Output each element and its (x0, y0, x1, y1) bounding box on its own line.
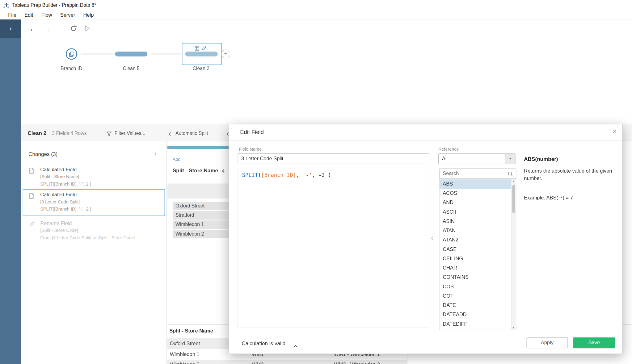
change-item-calculated-field-1[interactable]: Calculated Field [Split - Store Name] SP… (23, 164, 165, 190)
add-step-button[interactable]: + (221, 49, 230, 58)
changes-panel: Changes (3) ‹ Calculated Field [Split - … (21, 141, 166, 364)
menu-edit[interactable]: Edit (20, 11, 37, 19)
flow-node-clean-2[interactable] (185, 52, 218, 56)
flow-node-label-clean-5: Clean 5 (114, 66, 148, 71)
forward-button[interactable]: → (43, 23, 50, 34)
function-list-item[interactable]: CONTAINS (440, 273, 516, 282)
title-bar: Tableau Prep Builder - Preppin Data 8* (0, 0, 632, 11)
calculated-field-icon (29, 193, 34, 201)
collapse-reference-icon[interactable]: ‹ (431, 234, 433, 242)
scroll-down-icon[interactable]: ▼ (512, 326, 516, 329)
function-list-item[interactable]: ATAN (440, 226, 516, 235)
scrollbar-thumb[interactable] (512, 185, 515, 213)
formula-token: '-' (302, 172, 312, 178)
function-list-item[interactable]: COT (440, 291, 516, 301)
flow-connector (81, 54, 115, 55)
grid-cell: Oxford Street (170, 341, 200, 346)
fields-rows-summary: 3 Fields 4 Rows (52, 130, 86, 136)
changes-title: Changes (3) (28, 151, 57, 157)
function-list-item[interactable]: CASE (440, 245, 516, 254)
field-name-label[interactable]: Split - Store Name (173, 167, 218, 174)
input-step-icon (69, 51, 74, 56)
menu-help[interactable]: Help (79, 11, 98, 19)
search-input[interactable] (442, 170, 505, 177)
function-list-item[interactable]: ASIN (440, 217, 516, 226)
function-list-item[interactable]: ATAN2 (440, 236, 516, 245)
step-name: Clean 2 (27, 130, 46, 136)
change-field: [3 Letter Code Split] (40, 199, 161, 205)
function-list-item[interactable]: ABS (440, 179, 516, 189)
formula-token: SPLIT (242, 172, 258, 178)
change-field: [Split - Store Name] (40, 174, 161, 180)
flow-node-label-branch-id: Branch ID (54, 66, 88, 71)
apply-button[interactable]: Apply (526, 337, 568, 349)
function-example: Example: ABS(-7) = 7 (524, 195, 573, 200)
change-detail: SPLIT([Branch ID], "-", 2 ) (40, 181, 161, 187)
menu-bar: File Edit Flow Server Help (0, 11, 632, 20)
field-name-input[interactable] (238, 153, 429, 164)
change-detail: From [3 Letter Code Split] to [Split - S… (40, 235, 161, 241)
function-list-item[interactable]: DATEDIFF (440, 320, 516, 329)
flow-node-branch-id[interactable] (66, 48, 77, 60)
grid-column-header[interactable]: Split - Store Name (169, 328, 213, 334)
expand-pane-button[interactable]: › (0, 19, 21, 38)
function-list-item[interactable]: DATENAME (440, 329, 516, 330)
formula-token: ) (325, 172, 331, 178)
save-button[interactable]: Save (573, 337, 615, 349)
flow-connector (151, 54, 181, 55)
window-title: Tableau Prep Builder - Preppin Data 8* (12, 2, 96, 8)
back-button[interactable]: ← (29, 23, 37, 34)
reference-value: All (442, 156, 448, 161)
function-list-item[interactable]: ACOS (440, 189, 516, 198)
function-list-item[interactable]: ASCII (440, 207, 516, 217)
chevron-up-icon[interactable] (293, 342, 297, 350)
function-signature: ABS(number) (524, 156, 558, 162)
function-list-item[interactable]: DATE (440, 301, 516, 310)
play-icon (85, 25, 90, 32)
reference-dropdown[interactable]: All ▼ (438, 153, 516, 164)
scroll-up-icon[interactable]: ▲ (512, 180, 516, 183)
function-search-box (439, 169, 516, 179)
menu-file[interactable]: File (4, 11, 20, 19)
plus-icon: + (224, 50, 228, 57)
function-list-item[interactable]: AND (440, 198, 516, 207)
field-type-label[interactable]: Abc (173, 157, 180, 162)
change-detail: SPLIT([Branch ID], '-', -2 ) (40, 206, 161, 212)
menu-server[interactable]: Server (56, 11, 79, 19)
run-flow-button[interactable] (85, 25, 90, 33)
change-title: Rename Field (40, 220, 161, 226)
flow-node-label-clean-2: Clean 2 (184, 66, 218, 71)
function-list: ABS ACOS AND ASCII ASIN ATAN ATAN2 CASE … (439, 179, 516, 330)
flow-node-clean-5[interactable] (115, 52, 147, 56)
function-list-item[interactable]: DATEADD (440, 310, 516, 320)
filter-values-button[interactable]: Filter Values... (115, 130, 145, 136)
formula-token: [Branch ID] (261, 172, 296, 178)
menu-flow[interactable]: Flow (37, 11, 56, 19)
formula-token: -2 (318, 172, 325, 178)
change-title: Calculated Field (40, 192, 161, 198)
grid-cell: WM2 (252, 362, 263, 364)
change-item-calculated-field-2[interactable]: Calculated Field [3 Letter Code Split] S… (23, 189, 165, 216)
function-list-item[interactable]: CEILING (440, 254, 516, 263)
collapse-changes-icon[interactable]: ‹ (154, 150, 157, 158)
app-window: Tableau Prep Builder - Preppin Data 8* F… (0, 0, 632, 364)
refresh-button[interactable] (70, 25, 77, 34)
refresh-icon (70, 25, 77, 32)
grid-cell: Wimbledon 1 (170, 352, 200, 357)
formula-token: , (296, 172, 303, 178)
close-icon[interactable]: × (610, 127, 619, 136)
automatic-split-button[interactable]: Automatic Split (175, 130, 208, 136)
dialog-divider (229, 140, 622, 141)
forward-arrow-icon: → (43, 25, 50, 33)
back-arrow-icon: ← (29, 25, 37, 33)
app-logo-icon (3, 2, 10, 10)
function-list-item[interactable]: CHAR (440, 263, 516, 273)
rename-field-icon (29, 221, 34, 229)
function-list-scrollbar[interactable]: ▲ ▼ (511, 179, 516, 330)
function-list-item[interactable]: COS (440, 282, 516, 291)
filter-funnel-icon (107, 131, 112, 138)
formula-editor[interactable]: SPLIT([Branch ID], '-', -2 ) (238, 168, 429, 328)
change-item-rename-field[interactable]: Rename Field [Split - Store Code] From [… (23, 218, 165, 244)
change-field: [Split - Store Code] (40, 227, 161, 233)
search-icon (508, 171, 513, 177)
